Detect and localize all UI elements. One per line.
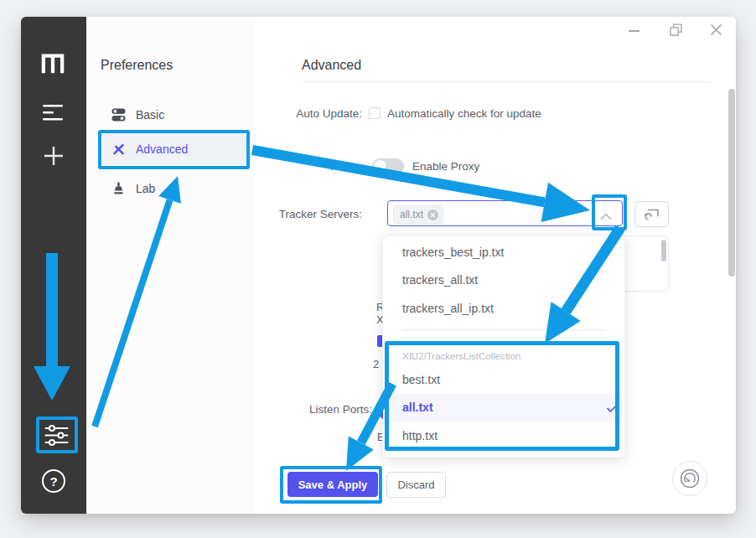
tools-icon [111,142,126,156]
heading-divider [302,81,710,82]
proxy-label: Proxy: [243,160,362,173]
toggles-icon [111,108,126,122]
sidebar-item-add-task[interactable] [43,145,65,167]
tag-remove-icon[interactable] [427,210,438,220]
save-apply-button[interactable]: Save & Apply [287,472,378,497]
speedometer-icon [679,468,701,489]
sidebar-item-task-list[interactable] [42,102,65,122]
minimize-button[interactable] [627,23,642,39]
sync-icon [644,208,660,221]
discard-button[interactable]: Discard [386,472,446,498]
lab-icon [111,182,126,195]
restore-button[interactable] [670,23,683,37]
question-icon: ? [49,474,57,489]
restore-icon [670,23,682,36]
page-title: Advanced [302,58,361,73]
toggle-knob [374,160,386,173]
motrix-logo-icon [40,53,65,75]
close-button[interactable] [710,23,723,37]
task-list-icon [43,104,65,121]
select-arrow[interactable] [598,210,614,225]
plus-icon [44,146,64,166]
dropdown-item-label: all.txt [402,401,433,414]
sync-trackers-button[interactable] [634,201,669,227]
tracker-servers-label: Tracker Servers: [243,208,362,220]
proxy-option-label: Enable Proxy [412,160,479,173]
check-icon [606,403,619,413]
sliders-icon [44,425,69,446]
speed-limit-button[interactable] [672,461,707,496]
page-scrollbar[interactable] [728,89,735,277]
selected-tag: all.txt [393,205,443,224]
minimize-icon [629,30,639,32]
clipped-text: 2 [373,358,379,370]
nav-item-label: Advanced [136,142,188,156]
dropdown-item[interactable]: trackers_all_ip.txt [383,295,623,323]
auto-update-checkbox[interactable] [369,107,381,119]
nav-item-lab[interactable]: Lab [111,178,237,199]
dropdown-item[interactable]: http.txt [383,422,623,450]
listen-ports-label: Listen Ports: [270,403,372,416]
preferences-panel [86,17,254,514]
preferences-title: Preferences [101,58,173,73]
auto-update-option-label: Automatically check for update [387,107,541,120]
textarea-scrollbar[interactable] [661,240,666,261]
app-logo [39,52,66,75]
dropdown-divider [401,329,605,330]
close-icon [710,23,722,36]
dropdown-group-label: XIU2/TrackersListCollection [402,351,520,361]
chevron-up-icon [598,212,614,221]
nav-item-basic[interactable]: Basic [111,104,237,126]
dropdown-item[interactable]: best.txt [383,366,623,394]
nav-item-label: Lab [136,182,155,195]
dropdown-item[interactable]: trackers_all.txt [383,266,623,294]
nav-item-advanced[interactable]: Advanced [111,138,237,160]
sidebar-item-preferences[interactable] [43,422,70,447]
nav-item-label: Basic [136,108,164,122]
tracker-select-input[interactable]: all.txt [387,200,623,226]
proxy-toggle[interactable] [372,158,404,174]
auto-update-label: Auto Update: [243,107,362,120]
dropdown-item-selected[interactable]: all.txt [383,394,623,422]
dropdown-item[interactable]: trackers_best_ip.txt [383,239,623,266]
help-button[interactable]: ? [42,469,65,493]
desktop-background: ? Preferences Basic Advanced Lab [0,0,756,538]
tag-label: all.txt [400,209,423,220]
